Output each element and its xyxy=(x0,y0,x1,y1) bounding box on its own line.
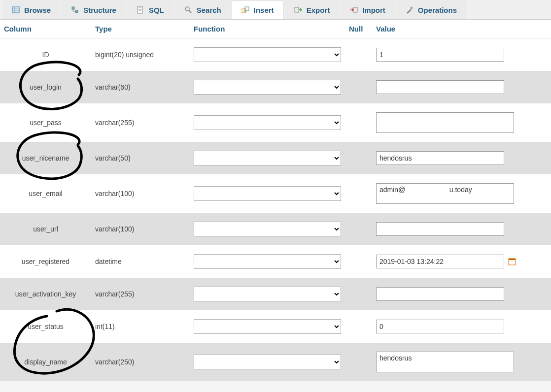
tabs-bar: Browse Structure SQL Search Insert Expor… xyxy=(0,0,551,20)
column-type: varchar(100) xyxy=(91,213,190,245)
value-input[interactable] xyxy=(376,151,504,165)
column-type: varchar(100) xyxy=(91,174,190,213)
function-select[interactable] xyxy=(194,47,341,62)
browse-icon xyxy=(11,5,20,14)
column-type: datetime xyxy=(91,245,190,278)
search-icon xyxy=(184,5,193,14)
tab-label: Structure xyxy=(83,6,116,14)
function-cell xyxy=(190,343,345,381)
value-cell xyxy=(372,343,551,381)
header-null: Null xyxy=(345,20,372,38)
value-cell xyxy=(372,142,551,174)
tab-label: Export xyxy=(307,6,330,14)
function-select[interactable] xyxy=(194,355,341,369)
function-cell xyxy=(190,38,345,71)
column-name: user_nicename xyxy=(0,142,91,174)
tab-label: Search xyxy=(197,6,221,14)
import-icon xyxy=(349,5,358,14)
tab-insert[interactable]: Insert xyxy=(232,0,283,19)
column-name: ID xyxy=(0,38,91,71)
function-select[interactable] xyxy=(194,115,341,130)
function-cell xyxy=(190,278,345,310)
value-input[interactable] xyxy=(376,287,504,301)
column-type: varchar(255) xyxy=(91,278,190,310)
value-input[interactable] xyxy=(376,320,504,333)
value-input[interactable] xyxy=(376,48,504,62)
column-name: user_email xyxy=(0,174,91,213)
value-input[interactable] xyxy=(376,255,504,268)
function-select[interactable] xyxy=(194,186,341,201)
column-name: user_url xyxy=(0,213,91,245)
function-cell xyxy=(190,245,345,278)
column-type: bigint(20) unsigned xyxy=(91,38,190,71)
function-cell xyxy=(190,142,345,174)
function-select[interactable] xyxy=(194,80,341,95)
svg-line-11 xyxy=(189,10,191,13)
function-select[interactable] xyxy=(194,254,341,269)
insert-form: ColumnTypeFunctionNullValueIDbigint(20) … xyxy=(0,20,551,381)
export-icon xyxy=(294,5,303,14)
value-textarea[interactable] xyxy=(376,183,514,204)
tab-label: Operations xyxy=(418,6,457,14)
column-name: user_login xyxy=(0,71,91,103)
null-cell xyxy=(345,71,372,103)
svg-rect-6 xyxy=(138,6,142,13)
function-select[interactable] xyxy=(194,319,341,334)
function-cell xyxy=(190,213,345,245)
column-type: varchar(255) xyxy=(91,103,190,142)
column-name: user_status xyxy=(0,310,91,343)
svg-point-16 xyxy=(410,7,413,9)
function-select[interactable] xyxy=(194,222,341,236)
svg-rect-4 xyxy=(72,7,74,9)
null-cell xyxy=(345,38,372,71)
null-cell xyxy=(345,245,372,278)
value-input[interactable] xyxy=(376,222,504,236)
value-cell xyxy=(372,213,551,245)
value-cell xyxy=(372,278,551,310)
header-column: Column xyxy=(0,20,91,38)
value-textarea[interactable] xyxy=(376,352,514,372)
tab-structure[interactable]: Structure xyxy=(61,0,126,19)
tab-search[interactable]: Search xyxy=(174,0,231,19)
sql-icon xyxy=(136,5,145,14)
column-name: display_name xyxy=(0,343,91,381)
column-name: user_registered xyxy=(0,245,91,278)
calendar-icon[interactable] xyxy=(508,258,516,265)
function-select[interactable] xyxy=(194,287,341,301)
function-cell xyxy=(190,310,345,343)
value-cell xyxy=(372,310,551,343)
column-type: varchar(50) xyxy=(91,142,190,174)
null-cell xyxy=(345,142,372,174)
value-input[interactable] xyxy=(376,80,504,94)
null-cell xyxy=(345,278,372,310)
svg-rect-14 xyxy=(295,7,299,12)
tab-export[interactable]: Export xyxy=(284,0,340,19)
column-type: int(11) xyxy=(91,310,190,343)
svg-point-10 xyxy=(185,7,189,11)
svg-rect-15 xyxy=(353,7,357,12)
value-textarea[interactable] xyxy=(376,112,514,133)
header-type: Type xyxy=(91,20,190,38)
tab-label: Import xyxy=(362,6,385,14)
null-cell xyxy=(345,174,372,213)
null-cell xyxy=(345,310,372,343)
operations-icon xyxy=(405,5,414,14)
svg-rect-0 xyxy=(12,7,19,13)
function-cell xyxy=(190,174,345,213)
tab-import[interactable]: Import xyxy=(340,0,395,19)
column-name: user_activation_key xyxy=(0,278,91,310)
value-cell xyxy=(372,71,551,103)
structure-icon xyxy=(70,5,79,14)
header-function: Function xyxy=(190,20,345,38)
insert-icon xyxy=(241,5,250,14)
column-type: varchar(250) xyxy=(91,343,190,381)
column-type: varchar(60) xyxy=(91,71,190,103)
header-value: Value xyxy=(372,20,551,38)
function-select[interactable] xyxy=(194,151,341,165)
column-name: user_pass xyxy=(0,103,91,142)
value-cell xyxy=(372,103,551,142)
tab-operations[interactable]: Operations xyxy=(396,0,466,19)
tab-sql[interactable]: SQL xyxy=(127,0,173,19)
tab-browse[interactable]: Browse xyxy=(2,0,60,19)
null-cell xyxy=(345,213,372,245)
